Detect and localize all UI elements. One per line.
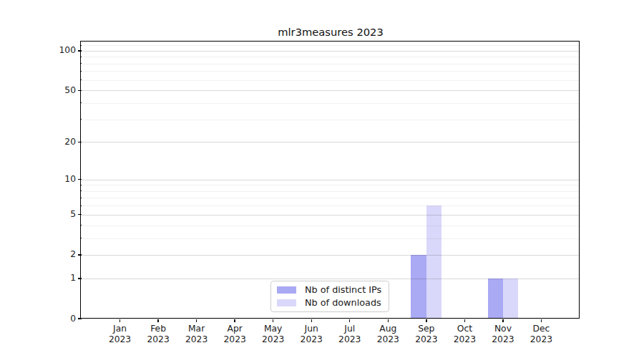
legend-item: Nb of downloads <box>277 298 383 308</box>
chart-figure: mlr3measures 2023 0125102050100 Jan2023F… <box>0 0 644 358</box>
legend-label: Nb of distinct IPs <box>305 285 381 295</box>
legend-item: Nb of distinct IPs <box>277 285 383 295</box>
legend-swatch-icon <box>277 286 296 294</box>
bar-nov-ips <box>488 279 503 319</box>
bar-sep-downloads <box>426 205 441 319</box>
bar-sep-ips <box>411 255 426 319</box>
bar-nov-downloads <box>503 279 518 319</box>
legend-label: Nb of downloads <box>305 298 381 308</box>
legend: Nb of distinct IPsNb of downloads <box>270 281 389 312</box>
legend-swatch-icon <box>277 299 296 307</box>
